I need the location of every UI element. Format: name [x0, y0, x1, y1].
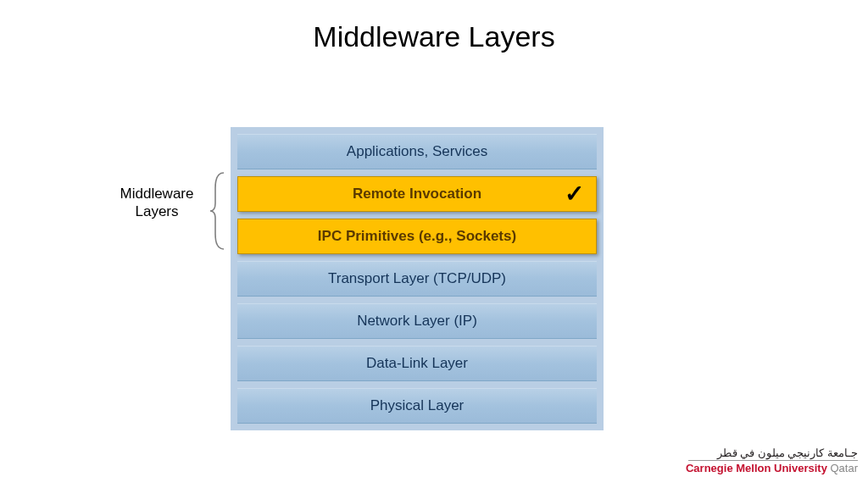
layer-network: Network Layer (IP): [237, 303, 597, 339]
slide-title: Middleware Layers: [0, 20, 868, 53]
layer-stack: Applications, Services Remote Invocation…: [231, 127, 604, 430]
layer-datalink: Data-Link Layer: [237, 346, 597, 381]
logo-en-red: Carnegie Mellon University: [686, 462, 827, 474]
layer-remote-invocation-label: Remote Invocation: [353, 186, 481, 202]
university-logo: جـامعة كارنيجي ميلون في قطر Carnegie Mel…: [686, 447, 858, 474]
brace-icon: [209, 171, 225, 251]
logo-arabic-text: جـامعة كارنيجي ميلون في قطر: [686, 447, 858, 459]
bracket-label-line2: Layers: [135, 203, 178, 219]
checkmark-icon: ✓: [565, 177, 584, 211]
logo-divider: [688, 460, 858, 461]
bracket-label-line1: Middleware: [120, 186, 194, 202]
layer-applications: Applications, Services: [237, 134, 597, 169]
logo-en-grey: Qatar: [827, 462, 858, 474]
layer-remote-invocation: Remote Invocation ✓: [237, 176, 597, 212]
layer-ipc-primitives: IPC Primitives (e.g., Sockets): [237, 219, 597, 254]
logo-english-text: Carnegie Mellon University Qatar: [686, 463, 858, 474]
layer-physical: Physical Layer: [237, 388, 597, 424]
layer-transport: Transport Layer (TCP/UDP): [237, 261, 597, 297]
bracket-label: Middleware Layers: [110, 185, 203, 221]
